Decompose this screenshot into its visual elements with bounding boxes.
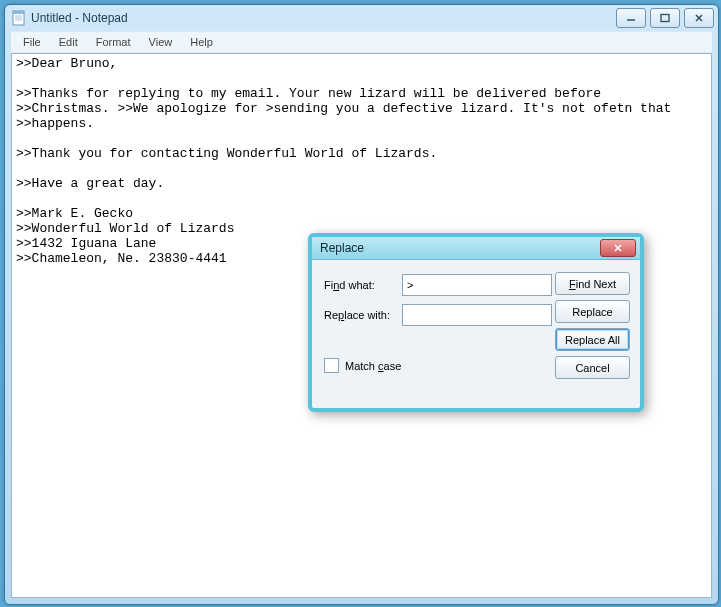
- replace-all-button[interactable]: Replace All: [555, 328, 630, 351]
- menu-view[interactable]: View: [141, 34, 181, 50]
- svg-rect-6: [661, 15, 669, 22]
- replace-dialog: Replace Find what: Replace with: Match c…: [308, 233, 644, 412]
- replace-with-label: Replace with:: [324, 309, 402, 321]
- find-what-label: Find what:: [324, 279, 402, 291]
- cancel-button[interactable]: Cancel: [555, 356, 630, 379]
- replace-with-input[interactable]: [402, 304, 552, 326]
- menubar: File Edit Format View Help: [11, 31, 712, 53]
- minimize-button[interactable]: [616, 8, 646, 28]
- replace-button[interactable]: Replace: [555, 300, 630, 323]
- dialog-title: Replace: [320, 241, 600, 255]
- window-title: Untitled - Notepad: [31, 11, 128, 25]
- menu-help[interactable]: Help: [182, 34, 221, 50]
- maximize-button[interactable]: [650, 8, 680, 28]
- titlebar[interactable]: Untitled - Notepad: [5, 5, 718, 31]
- svg-rect-1: [13, 11, 24, 14]
- dialog-titlebar[interactable]: Replace: [312, 237, 640, 260]
- menu-format[interactable]: Format: [88, 34, 139, 50]
- dialog-close-button[interactable]: [600, 239, 636, 257]
- menu-edit[interactable]: Edit: [51, 34, 86, 50]
- find-what-input[interactable]: [402, 274, 552, 296]
- match-case-label: Match case: [345, 360, 401, 372]
- close-button[interactable]: [684, 8, 714, 28]
- notepad-icon: [11, 10, 27, 26]
- menu-file[interactable]: File: [15, 34, 49, 50]
- find-next-button[interactable]: Find Next: [555, 272, 630, 295]
- match-case-checkbox[interactable]: [324, 358, 339, 373]
